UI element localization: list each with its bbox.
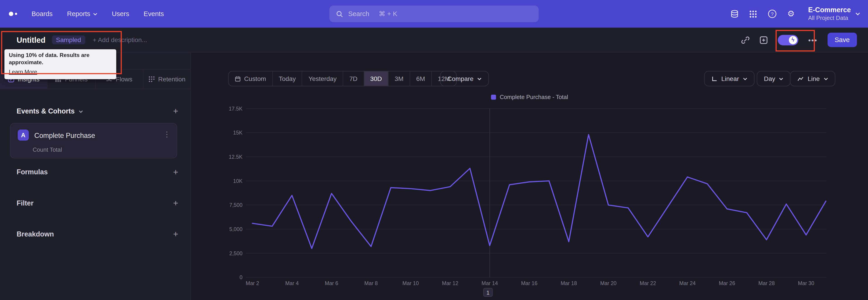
chevron-down-icon <box>79 110 83 113</box>
event-series-badge: A <box>18 129 29 141</box>
x-tick-label: Mar 4 <box>285 280 299 286</box>
interval-day-dropdown[interactable]: Day <box>757 71 791 86</box>
range-6m[interactable]: 6M <box>410 71 431 86</box>
sampling-tooltip: Using 10% of data. Results are approxima… <box>4 49 116 79</box>
nav-label: Users <box>112 10 129 18</box>
range-label: 7D <box>349 75 358 82</box>
x-tick-label: Mar 6 <box>325 280 338 286</box>
event-card[interactable]: A Complete Purchase ⋮ Count Total <box>10 123 177 158</box>
range-today[interactable]: Today <box>272 71 302 86</box>
save-button[interactable]: Save <box>827 33 857 47</box>
nav-right: ? ⚙ E-Commerce All Project Data <box>730 0 860 28</box>
add-event-button[interactable]: + <box>173 107 178 116</box>
chevron-down-icon <box>477 77 482 80</box>
x-tick-label: Mar 8 <box>364 280 378 286</box>
chevron-down-icon <box>855 12 860 16</box>
x-tick-label: Mar 24 <box>679 280 695 286</box>
chart-type-label: Line <box>808 75 819 82</box>
chevron-down-icon <box>93 12 98 15</box>
sampled-badge[interactable]: Sampled <box>52 35 85 44</box>
add-description-button[interactable]: + Add description... <box>93 37 147 43</box>
x-tick-label: Mar 2 <box>246 280 259 286</box>
event-options-kebab[interactable]: ⋮ <box>163 130 170 139</box>
pagination-page-1[interactable]: 1 <box>483 288 493 297</box>
events-cohorts-label[interactable]: Events & Cohorts <box>17 108 74 115</box>
legend-swatch <box>491 94 496 99</box>
search-placeholder: Search <box>348 10 369 18</box>
help-icon[interactable]: ? <box>767 9 777 19</box>
date-range-segment: CustomTodayYesterday7D30D3M6M12M <box>228 71 457 86</box>
scale-label: Linear <box>721 75 739 82</box>
more-options-button[interactable]: ••• <box>808 36 817 44</box>
add-to-board-icon[interactable] <box>760 36 768 44</box>
event-aggregation[interactable]: Count Total <box>33 146 62 153</box>
toolbar-actions: ϟ ••• Save <box>741 33 857 47</box>
search-icon <box>336 10 343 18</box>
scale-linear-dropdown[interactable]: Linear <box>704 71 754 86</box>
sidebar-section-filter: Filter+ <box>17 198 178 209</box>
y-tick-label: 7,500 <box>229 202 242 208</box>
add-breakdown-button[interactable]: + <box>173 230 178 239</box>
chevron-down-icon <box>743 77 747 80</box>
y-tick-label: 15K <box>233 130 243 136</box>
chart-legend: Complete Purchase - Total <box>191 94 868 100</box>
x-tick-label: Mar 20 <box>600 280 616 286</box>
link-icon[interactable] <box>741 36 749 44</box>
search-shortcut: ⌘ + K <box>379 10 397 18</box>
y-tick-label: 17.5K <box>229 106 243 112</box>
compare-button[interactable]: Compare <box>440 71 489 86</box>
y-tick-label: 0 <box>240 275 243 280</box>
report-toolbar: Untitled Sampled + Add description... ϟ … <box>0 28 868 53</box>
x-tick-label: Mar 10 <box>402 280 418 286</box>
chart-panel: CustomTodayYesterday7D30D3M6M12M Compare… <box>191 53 868 300</box>
search-input[interactable]: Search ⌘ + K <box>329 5 539 22</box>
range-label: Yesterday <box>309 75 337 82</box>
range-7d[interactable]: 7D <box>343 71 364 86</box>
nav-item-users[interactable]: Users <box>112 10 129 18</box>
x-tick-label: Mar 30 <box>798 280 814 286</box>
retention-icon <box>148 76 155 83</box>
report-title[interactable]: Untitled <box>17 35 45 44</box>
project-texts: E-Commerce All Project Data <box>808 6 851 22</box>
sampling-toggle[interactable]: ϟ <box>778 35 798 45</box>
range-3m[interactable]: 3M <box>388 71 409 86</box>
project-selector[interactable]: E-Commerce All Project Data <box>808 6 860 22</box>
nav-item-events[interactable]: Events <box>144 10 164 18</box>
nav-item-reports[interactable]: Reports <box>67 10 97 18</box>
interval-label: Day <box>764 75 775 82</box>
data-icon[interactable] <box>730 9 739 19</box>
event-title[interactable]: Complete Purchase <box>34 132 95 140</box>
range-label: 30D <box>370 75 382 82</box>
add-formulas-button[interactable]: + <box>173 168 178 177</box>
calendar-icon <box>235 76 241 82</box>
range-yesterday[interactable]: Yesterday <box>302 71 343 86</box>
axis-icon <box>711 76 717 82</box>
range-custom[interactable]: Custom <box>228 71 272 86</box>
x-tick-label: Mar 26 <box>719 280 735 286</box>
tab-retention[interactable]: Retention <box>143 70 190 89</box>
gear-glyph: ⚙ <box>787 9 795 19</box>
project-name: E-Commerce <box>808 6 851 14</box>
x-tick-label: Mar 28 <box>758 280 775 286</box>
add-filter-button[interactable]: + <box>173 199 178 208</box>
y-tick-label: 12.5K <box>229 154 243 160</box>
nav-label: Reports <box>67 10 90 18</box>
legend-label[interactable]: Complete Purchase - Total <box>500 94 568 100</box>
learn-more-link[interactable]: Learn More <box>9 69 37 75</box>
x-tick-label: Mar 14 <box>482 280 498 286</box>
nav-item-boards[interactable]: Boards <box>32 10 53 18</box>
range-label: Today <box>279 75 296 82</box>
chart-line <box>252 134 826 248</box>
chart-type-line-dropdown[interactable]: Line <box>790 71 835 86</box>
settings-gear-icon[interactable]: ⚙ <box>786 9 796 19</box>
x-tick-label: Mar 12 <box>442 280 458 286</box>
x-tick-label: Mar 22 <box>640 280 656 286</box>
y-tick-label: 5,000 <box>229 226 242 232</box>
line-chart[interactable]: 02,5005,0007,50010K12.5K15K17.5KMar 2Mar… <box>222 102 836 296</box>
x-tick-label: Mar 18 <box>561 280 577 286</box>
chevron-down-icon <box>824 77 828 80</box>
mixpanel-logo-icon[interactable] <box>9 11 17 16</box>
apps-grid-icon[interactable] <box>748 9 758 19</box>
section-label: Filter <box>17 200 33 207</box>
range-30d[interactable]: 30D <box>364 71 388 86</box>
